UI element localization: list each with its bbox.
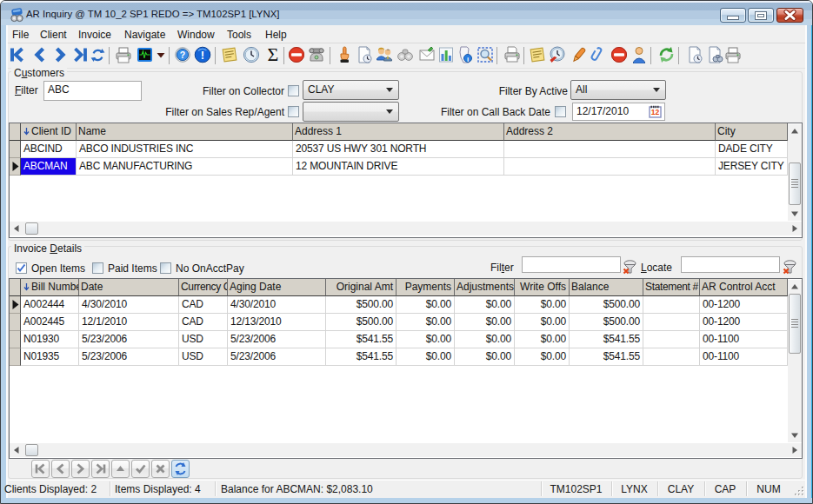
svg-text:!: ! <box>201 49 204 62</box>
svg-text:i: i <box>467 56 469 63</box>
svg-text:?: ? <box>180 50 185 60</box>
svg-text:12: 12 <box>651 108 660 116</box>
